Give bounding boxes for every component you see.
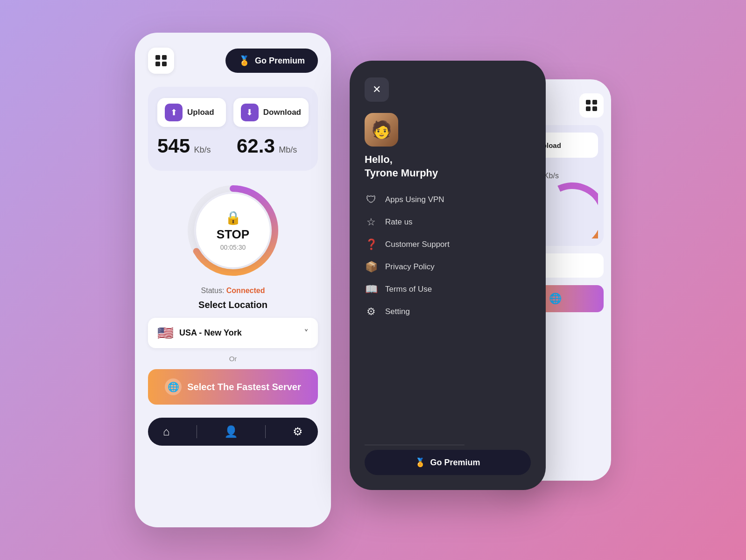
download-icon: ⬇ [241, 104, 259, 121]
menu-item-support-label: Customer Support [385, 240, 450, 249]
peek-upload-unit: Kb/s [544, 172, 559, 180]
menu-item-terms[interactable]: 📖 Terms of Use [365, 283, 531, 295]
menu-item-rate[interactable]: ☆ Rate us [365, 216, 531, 228]
upload-speed: 545 [157, 135, 190, 157]
privacy-icon: 📦 [365, 261, 378, 273]
setting-icon: ⚙ [365, 306, 378, 318]
rate-us-icon: ☆ [365, 216, 378, 228]
nav-divider-1 [197, 425, 197, 438]
greeting-line1: Hello, [365, 153, 531, 167]
status-prefix: Status: [201, 287, 226, 294]
timer: 00:05:30 [220, 244, 246, 251]
go-premium-button[interactable]: 🏅 Go Premium [225, 49, 318, 73]
dark-panel: ✕ 🧑 Hello, Tyrone Murphy 🛡 Apps Using VP… [350, 61, 546, 490]
location-name: USA - New York [179, 328, 298, 338]
menu-item-apps[interactable]: 🛡 Apps Using VPN [365, 194, 531, 206]
nav-settings-icon[interactable]: ⚙ [293, 425, 303, 438]
globe-icon: 🌐 [165, 378, 182, 395]
stats-card: ⬆ Upload ⬇ Download 545 Kb/s 62.3 Mb/s [148, 87, 318, 171]
user-greeting: Hello, Tyrone Murphy [365, 153, 531, 180]
premium-dark-icon: 🏅 [415, 457, 425, 468]
go-premium-dark-label: Go Premium [430, 458, 480, 468]
or-divider: Or [148, 355, 318, 363]
peek-globe-icon: 🌐 [549, 293, 562, 305]
nav-profile-icon[interactable]: 👤 [224, 425, 238, 438]
fastest-server-label: Select The Fastest Server [187, 382, 301, 392]
menu-item-privacy[interactable]: 📦 Privacy Policy [365, 261, 531, 273]
upload-icon: ⬆ [165, 104, 183, 121]
top-bar: 🏅 Go Premium [148, 48, 318, 74]
location-dropdown[interactable]: 🇺🇸 USA - New York ˅ [148, 318, 318, 348]
peek-grid-icon [586, 100, 597, 111]
download-label: Download [263, 108, 301, 117]
support-icon: ❓ [365, 238, 378, 251]
download-unit: Mb/s [279, 145, 297, 154]
close-button[interactable]: ✕ [365, 77, 389, 102]
download-speed: 62.3 [237, 135, 275, 157]
right-side: ⬆ Upload 545 Kb/s 🇺🇸 🌐 [350, 61, 611, 499]
menu-item-rate-label: Rate us [385, 217, 413, 227]
nav-home-icon[interactable]: ⌂ [163, 425, 170, 438]
stats-row: ⬆ Upload ⬇ Download [157, 98, 309, 127]
status-row: Status: Connected [148, 287, 318, 295]
vpn-ring: 🔒 STOP 00:05:30 [186, 184, 280, 277]
scene: 🏅 Go Premium ⬆ Upload ⬇ Download 545 Kb/… [135, 33, 611, 527]
peek-grid-button [579, 93, 604, 118]
menu-list: 🛡 Apps Using VPN ☆ Rate us ❓ Customer Su… [365, 194, 531, 440]
terms-icon: 📖 [365, 283, 378, 295]
grid-button[interactable] [148, 48, 174, 74]
grid-icon [155, 55, 167, 66]
menu-item-terms-label: Terms of Use [385, 285, 432, 294]
vpn-stop-button[interactable]: 🔒 STOP 00:05:30 [196, 194, 270, 267]
go-premium-label: Go Premium [255, 56, 305, 66]
upload-button[interactable]: ⬆ Upload [157, 98, 226, 127]
menu-item-settings-label: Setting [385, 307, 410, 316]
left-phone: 🏅 Go Premium ⬆ Upload ⬇ Download 545 Kb/… [135, 33, 331, 527]
upload-label: Upload [187, 108, 214, 117]
flag-emoji: 🇺🇸 [157, 325, 174, 341]
chevron-down-icon: ˅ [304, 328, 309, 339]
stats-values: 545 Kb/s 62.3 Mb/s [157, 136, 309, 156]
dark-panel-bottom: 🏅 Go Premium [365, 450, 531, 475]
menu-divider [365, 445, 464, 445]
fastest-server-button[interactable]: 🌐 Select The Fastest Server [148, 369, 318, 405]
nav-divider-2 [265, 425, 266, 438]
lock-icon: 🔒 [225, 210, 241, 225]
apps-vpn-icon: 🛡 [365, 194, 378, 206]
bottom-nav: ⌂ 👤 ⚙ [148, 418, 318, 446]
stop-label: STOP [217, 227, 249, 242]
greeting-line2: Tyrone Murphy [365, 167, 531, 180]
premium-icon: 🏅 [239, 55, 250, 66]
select-location-label: Select Location [148, 300, 318, 310]
user-avatar: 🧑 [365, 113, 398, 147]
download-button[interactable]: ⬇ Download [233, 98, 309, 127]
menu-item-privacy-label: Privacy Policy [385, 262, 435, 272]
status-connected: Connected [226, 287, 265, 294]
upload-value: 545 Kb/s [157, 136, 229, 156]
menu-item-support[interactable]: ❓ Customer Support [365, 238, 531, 251]
download-value: 62.3 Mb/s [237, 136, 309, 156]
vpn-circle-container: 🔒 STOP 00:05:30 [148, 184, 318, 277]
upload-unit: Kb/s [194, 145, 211, 154]
menu-item-settings[interactable]: ⚙ Setting [365, 306, 531, 318]
go-premium-dark-button[interactable]: 🏅 Go Premium [365, 450, 531, 475]
menu-item-apps-label: Apps Using VPN [385, 195, 444, 204]
